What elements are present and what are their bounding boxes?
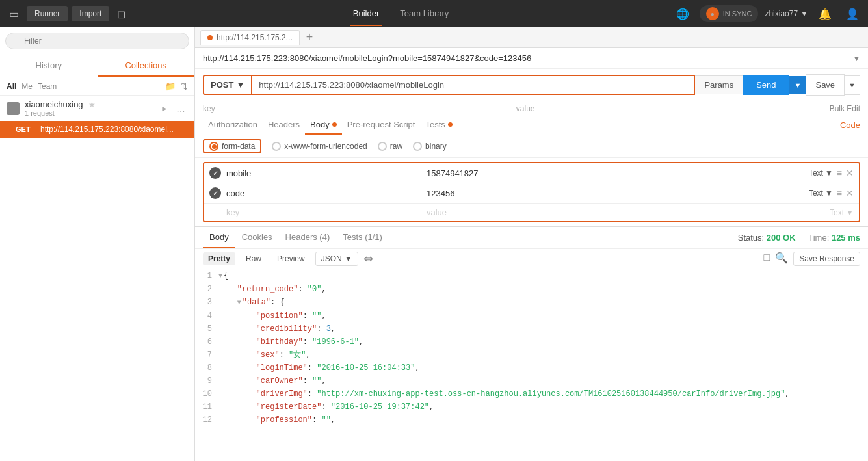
- import-button[interactable]: Import: [72, 6, 109, 21]
- user-menu[interactable]: zhixiao77 ▼: [765, 9, 808, 18]
- mobile-type[interactable]: Text ▼: [809, 168, 833, 178]
- empty-key-hint: key: [226, 207, 421, 217]
- tab-tests[interactable]: Tests: [420, 116, 457, 135]
- collection-name: xiaomeichuxing: [25, 99, 83, 109]
- preview-button[interactable]: Preview: [272, 252, 310, 265]
- mobile-type-label: Text: [809, 168, 823, 178]
- resp-tab-cookies[interactable]: Cookies: [235, 227, 279, 248]
- url-tab-active[interactable]: http://114.215.175.2...: [200, 30, 300, 45]
- filter-input[interactable]: [5, 33, 189, 49]
- save-dropdown-button[interactable]: ▼: [845, 75, 860, 95]
- tab-history[interactable]: History: [0, 55, 98, 77]
- method-url-row: POST ▼ Params Send ▼ Save ▼: [195, 69, 868, 101]
- expand-arrow-icon: ►: [161, 104, 168, 113]
- collection-more-icon[interactable]: …: [174, 103, 188, 114]
- resp-actions: □ 🔍 Save Response: [764, 252, 860, 266]
- method-select[interactable]: POST ▼: [203, 75, 251, 95]
- form-data-radio[interactable]: [209, 142, 218, 151]
- tab-builder[interactable]: Builder: [350, 2, 382, 26]
- runner-button[interactable]: Runner: [27, 6, 68, 21]
- json-format-arrow: ▼: [345, 254, 352, 263]
- resp-toolbar: Pretty Raw Preview JSON ▼ ⇔ □ 🔍 Save Res…: [195, 249, 868, 269]
- resp-status-area: Status: 200 OK Time: 125 ms: [738, 233, 860, 243]
- json-line-4: 4 "position": "",: [195, 310, 868, 323]
- url-input[interactable]: [251, 75, 695, 95]
- x-www-radio[interactable]: [272, 142, 281, 151]
- tab-collections[interactable]: Collections: [98, 55, 195, 77]
- group-me[interactable]: Me: [21, 82, 33, 91]
- tab-authorization[interactable]: Authorization: [203, 116, 263, 135]
- params-button[interactable]: Params: [695, 75, 743, 94]
- resp-tab-body[interactable]: Body: [203, 227, 235, 248]
- save-button[interactable]: Save: [806, 74, 845, 96]
- binary-radio[interactable]: [413, 142, 422, 151]
- code-value: 123456: [427, 189, 804, 198]
- sidebar: 🔍 History Collections All Me Team 📁 ⇅ x: [0, 27, 195, 461]
- mobile-drag-icon[interactable]: ≡: [837, 168, 842, 178]
- main-layout: 🔍 History Collections All Me Team 📁 ⇅ x: [0, 27, 868, 461]
- sort-icon[interactable]: ⇅: [181, 81, 188, 91]
- sidebar-toggle-icon[interactable]: ▭: [5, 5, 23, 23]
- url-dropdown-arrow[interactable]: ▼: [853, 55, 860, 62]
- json-line-8: 8 "loginTime": "2016-10-25 16:04:33",: [195, 362, 868, 375]
- code-link[interactable]: Code: [840, 120, 860, 130]
- group-team[interactable]: Team: [38, 82, 57, 91]
- raw-radio[interactable]: [378, 142, 387, 151]
- json-line-2: 2 "return_code": "0",: [195, 283, 868, 296]
- globe-icon[interactable]: 🌐: [672, 5, 693, 23]
- copy-response-icon[interactable]: □: [764, 252, 770, 266]
- user-icon[interactable]: 👤: [842, 5, 863, 23]
- collection-item[interactable]: xiaomeichuxing ★ 1 request ► …: [0, 96, 194, 121]
- tab-body[interactable]: Body: [305, 116, 342, 135]
- empty-row-actions: Text ▼: [830, 208, 854, 217]
- resp-tab-headers[interactable]: Headers (4): [279, 227, 337, 248]
- response-tabs-row: Body Cookies Headers (4) Tests (1/1) Sta…: [195, 227, 868, 249]
- tab-prerequest[interactable]: Pre-request Script: [342, 116, 421, 135]
- form-row-code: ✓ code 123456 Text ▼ ≡ ✕: [204, 183, 859, 204]
- x-www-option[interactable]: x-www-form-urlencoded: [272, 142, 367, 151]
- raw-button[interactable]: Raw: [241, 252, 267, 265]
- pretty-button[interactable]: Pretty: [203, 252, 235, 265]
- tab-team-library[interactable]: Team Library: [397, 2, 451, 26]
- send-button[interactable]: Send: [743, 75, 789, 95]
- mobile-value: 15874941827: [427, 168, 804, 178]
- sidebar-action-icons: 📁 ⇅: [165, 81, 188, 91]
- code-drag-icon[interactable]: ≡: [837, 188, 842, 198]
- group-all[interactable]: All: [7, 82, 16, 91]
- empty-type: Text ▼: [830, 208, 854, 217]
- bell-icon[interactable]: 🔔: [815, 5, 835, 23]
- empty-type-arrow: ▼: [846, 208, 854, 217]
- radio-inner-dot: [212, 144, 217, 149]
- sync-badge: ● IN SYNC: [700, 5, 759, 22]
- collection-icon: [7, 102, 20, 115]
- star-icon[interactable]: ★: [88, 100, 96, 109]
- binary-option[interactable]: binary: [413, 142, 447, 151]
- search-response-icon[interactable]: 🔍: [775, 252, 788, 266]
- username-label: zhixiao77: [765, 9, 798, 18]
- form-data-option[interactable]: form-data: [203, 139, 261, 153]
- tab-headers[interactable]: Headers: [263, 116, 305, 135]
- add-tab-button[interactable]: +: [304, 31, 316, 44]
- bulk-edit-button[interactable]: Bulk Edit: [830, 104, 860, 113]
- send-dropdown-button[interactable]: ▼: [789, 76, 807, 94]
- mobile-checkbox[interactable]: ✓: [209, 167, 221, 179]
- code-delete-icon[interactable]: ✕: [846, 188, 854, 198]
- sync-icon: ●: [706, 7, 719, 20]
- json-format-select[interactable]: JSON ▼: [315, 252, 358, 266]
- mobile-delete-icon[interactable]: ✕: [846, 168, 854, 178]
- wrap-lines-icon[interactable]: ⇔: [363, 252, 373, 266]
- topbar-tabs: Builder Team Library: [133, 2, 668, 26]
- code-type[interactable]: Text ▼: [809, 189, 833, 198]
- new-tab-icon[interactable]: ◻: [113, 5, 129, 23]
- add-folder-icon[interactable]: 📁: [165, 81, 176, 91]
- resp-time-value: 125 ms: [832, 233, 860, 243]
- code-checkbox[interactable]: ✓: [209, 187, 221, 199]
- resp-tab-tests[interactable]: Tests (1/1): [336, 227, 389, 248]
- raw-option[interactable]: raw: [378, 142, 402, 151]
- mobile-type-arrow: ▼: [825, 168, 833, 178]
- code-type-label: Text: [809, 189, 823, 198]
- url-tabs-bar: http://114.215.175.2... +: [195, 27, 868, 48]
- sync-label: IN SYNC: [723, 10, 752, 18]
- request-item[interactable]: GET http://114.215.175.223:8080/xiaomei.…: [0, 121, 194, 138]
- save-response-button[interactable]: Save Response: [793, 252, 860, 266]
